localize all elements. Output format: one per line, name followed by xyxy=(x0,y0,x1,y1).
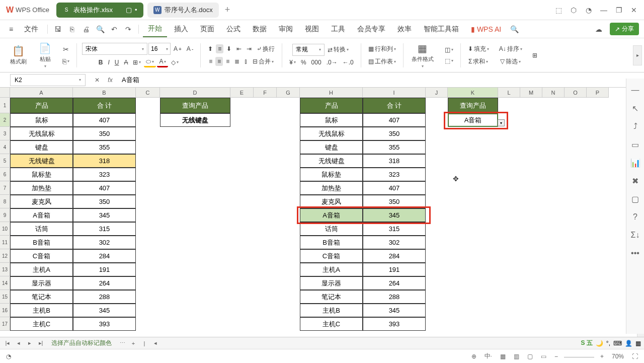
dec-inc-button[interactable]: .0→ xyxy=(325,58,340,67)
comma-button[interactable]: 000 xyxy=(309,58,324,67)
col-header[interactable]: O xyxy=(565,88,587,98)
cell[interactable]: 355 xyxy=(363,140,426,154)
col-header[interactable]: G xyxy=(277,88,300,98)
print-icon[interactable]: 🖨 xyxy=(80,23,92,35)
cell[interactable]: 345 xyxy=(73,304,136,317)
align-bottom-button[interactable]: ⬇ xyxy=(224,44,233,53)
cell[interactable]: 主机A xyxy=(300,263,363,276)
col-header[interactable]: E xyxy=(230,88,254,98)
sheet-tab[interactable]: 选择产品自动标记颜色 xyxy=(47,338,116,348)
more-icon[interactable]: ••• xyxy=(630,248,641,259)
align-left-button[interactable]: ≡ xyxy=(207,57,214,66)
cell[interactable]: 主机B xyxy=(300,304,363,317)
row-header[interactable]: 13 xyxy=(0,263,10,276)
col-header[interactable]: N xyxy=(542,88,565,98)
ime-grid-icon[interactable]: ▦ xyxy=(635,340,641,347)
formula-input[interactable] xyxy=(119,74,644,86)
cell[interactable]: 302 xyxy=(73,236,136,249)
cell[interactable]: 345 xyxy=(363,304,426,317)
share-icon[interactable]: ⤴ xyxy=(630,121,641,132)
col-header[interactable]: J xyxy=(426,88,448,98)
lang-icon[interactable]: 中· xyxy=(482,351,494,361)
sheet-scroll-button[interactable]: ◂ xyxy=(151,339,160,348)
col-header[interactable]: C xyxy=(136,88,160,98)
fill-color-button[interactable]: ⬭▾ xyxy=(144,57,156,67)
cell[interactable]: 191 xyxy=(363,263,426,276)
row-header[interactable]: 16 xyxy=(0,304,10,317)
worksheet-button[interactable]: ▤ 工作表▾ xyxy=(366,56,398,67)
undo-icon[interactable]: ↶ xyxy=(108,23,120,35)
cell[interactable]: 315 xyxy=(73,222,136,236)
font-select[interactable]: 宋体▾ xyxy=(82,43,147,55)
font-color-button[interactable]: A▾ xyxy=(157,57,168,67)
panel-icon[interactable]: ⬚ xyxy=(551,3,566,17)
cell[interactable]: 麦克风 xyxy=(10,195,73,208)
cell[interactable]: C音箱 xyxy=(300,249,363,263)
export-icon[interactable]: ⎘ xyxy=(66,23,78,35)
number-format-select[interactable]: 常规▾ xyxy=(292,44,325,56)
ribbon-expand-button[interactable]: ▸ xyxy=(633,45,642,65)
cell[interactable]: 无线鼠标 xyxy=(10,127,73,140)
menu-page[interactable]: 页面 xyxy=(195,22,219,37)
cloud-icon[interactable]: ☁ xyxy=(593,23,605,35)
minus-icon[interactable]: — xyxy=(630,85,641,96)
tools-icon[interactable]: ✖ xyxy=(630,175,641,186)
crop-button[interactable]: ⬚▾ xyxy=(443,56,455,65)
cell[interactable]: 无线键盘 xyxy=(160,113,230,127)
cell[interactable]: B音箱 xyxy=(300,236,363,249)
currency-button[interactable]: ¥▾ xyxy=(287,58,298,67)
cell[interactable]: 无线鼠标 xyxy=(300,127,363,140)
cell[interactable]: 合 计 xyxy=(363,98,426,113)
cell[interactable]: A音箱 xyxy=(448,113,498,127)
align-right-button[interactable]: ≡ xyxy=(224,57,231,66)
tab-window-icon[interactable]: ▢ xyxy=(126,6,132,14)
cube-icon[interactable]: ⬡ xyxy=(567,3,581,17)
ime-keyboard-icon[interactable]: ⌨ xyxy=(613,340,622,347)
bookmark-icon[interactable]: ▢ xyxy=(630,193,641,204)
row-header[interactable]: 12 xyxy=(0,249,10,263)
view-page-icon[interactable]: ▥ xyxy=(512,352,521,361)
cell[interactable]: C音箱 xyxy=(10,249,73,263)
row-header[interactable]: 17 xyxy=(0,317,10,331)
row-header[interactable]: 7 xyxy=(0,181,10,195)
cell[interactable]: 318 xyxy=(73,154,136,168)
dropdown-button[interactable]: ▾ xyxy=(498,119,505,126)
menu-formula[interactable]: 公式 xyxy=(221,22,246,37)
ime-moon-icon[interactable]: 🌙 xyxy=(596,340,603,347)
cut-button[interactable]: ✂ xyxy=(61,44,71,54)
cell[interactable]: A音箱 xyxy=(300,208,363,222)
cell[interactable]: 191 xyxy=(73,263,136,276)
col-header[interactable]: L xyxy=(498,88,520,98)
border-button[interactable]: ⊞▾ xyxy=(131,58,143,67)
layout-icon[interactable]: ▭ xyxy=(630,139,641,150)
ime-person-icon[interactable]: 👤 xyxy=(625,340,632,347)
cell[interactable]: 显示器 xyxy=(10,276,73,290)
cell[interactable]: 合 计 xyxy=(73,98,136,113)
cell[interactable]: 麦克风 xyxy=(300,195,363,208)
merge-button[interactable]: ⊟ 合并▾ xyxy=(251,56,276,67)
ime-indicator[interactable]: S 五 xyxy=(581,339,593,347)
row-header[interactable]: 11 xyxy=(0,236,10,249)
row-header[interactable]: 3 xyxy=(0,127,10,140)
help-icon[interactable]: ? xyxy=(630,211,641,223)
circle-plus-icon[interactable]: ⊕ xyxy=(469,352,478,361)
menu-efficiency[interactable]: 效率 xyxy=(392,22,417,37)
cursor-icon[interactable]: ↖ xyxy=(630,103,641,114)
cell[interactable]: 笔记本 xyxy=(10,290,73,304)
row-header[interactable]: 14 xyxy=(0,276,10,290)
share-button[interactable]: ↗ 分享 xyxy=(610,23,639,35)
cell[interactable]: 350 xyxy=(363,195,426,208)
cell[interactable]: 话筒 xyxy=(300,222,363,236)
paste-button[interactable]: 📄粘贴▾ xyxy=(36,40,54,70)
next-sheet-button[interactable]: ▸ xyxy=(25,339,34,348)
highlight-button[interactable]: ◇▾ xyxy=(169,58,181,67)
cell[interactable]: 主机A xyxy=(10,263,73,276)
italic-button[interactable]: I xyxy=(106,58,111,67)
view-normal-icon[interactable]: ▦ xyxy=(498,352,508,361)
cell[interactable]: 无线键盘 xyxy=(300,154,363,168)
strike-button[interactable]: A xyxy=(122,58,130,67)
user-icon[interactable]: ◔ xyxy=(582,3,596,17)
status-icon[interactable]: ◔ xyxy=(4,352,13,361)
cell[interactable]: 产品 xyxy=(10,98,73,113)
cell[interactable]: 284 xyxy=(73,249,136,263)
